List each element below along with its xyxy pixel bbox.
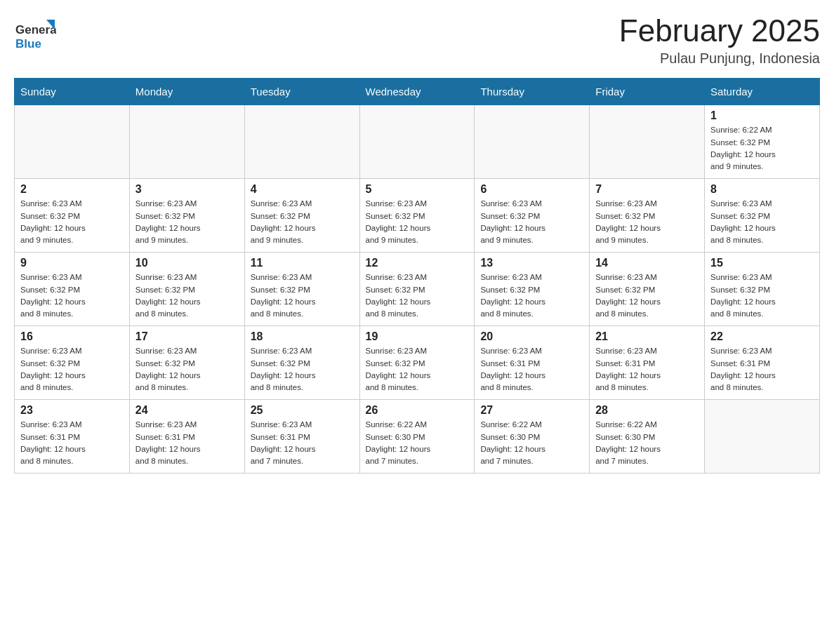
day-info: Sunrise: 6:23 AMSunset: 6:32 PMDaylight:… <box>480 271 583 320</box>
day-info: Sunrise: 6:23 AMSunset: 6:32 PMDaylight:… <box>366 345 469 394</box>
day-info: Sunrise: 6:22 AMSunset: 6:32 PMDaylight:… <box>710 124 814 173</box>
day-of-week-header: Thursday <box>475 79 590 105</box>
calendar-week-row: 9Sunrise: 6:23 AMSunset: 6:32 PMDaylight… <box>15 253 820 326</box>
day-number: 16 <box>20 330 124 343</box>
day-of-week-header: Tuesday <box>244 79 359 105</box>
day-number: 3 <box>135 183 239 196</box>
calendar-day-cell: 12Sunrise: 6:23 AMSunset: 6:32 PMDayligh… <box>359 253 475 326</box>
day-info: Sunrise: 6:23 AMSunset: 6:32 PMDaylight:… <box>710 198 814 246</box>
calendar-day-cell: 20Sunrise: 6:23 AMSunset: 6:31 PMDayligh… <box>475 326 590 400</box>
day-number: 7 <box>595 183 699 196</box>
calendar-day-cell: 15Sunrise: 6:23 AMSunset: 6:32 PMDayligh… <box>705 253 820 326</box>
title-block: February 2025 Pulau Punjung, Indonesia <box>619 14 820 67</box>
calendar-day-cell: 2Sunrise: 6:23 AMSunset: 6:32 PMDaylight… <box>15 179 130 253</box>
calendar-day-cell: 8Sunrise: 6:23 AMSunset: 6:32 PMDaylight… <box>705 179 820 253</box>
calendar-week-row: 23Sunrise: 6:23 AMSunset: 6:31 PMDayligh… <box>15 400 820 474</box>
day-number: 10 <box>135 257 239 269</box>
svg-text:General: General <box>15 23 56 36</box>
location: Pulau Punjung, Indonesia <box>619 51 820 67</box>
calendar-day-cell: 1Sunrise: 6:22 AMSunset: 6:32 PMDaylight… <box>705 105 820 179</box>
day-of-week-header: Monday <box>129 79 244 105</box>
logo: General Blue <box>14 14 56 56</box>
logo-icon: General Blue <box>14 14 56 56</box>
calendar-day-cell: 4Sunrise: 6:23 AMSunset: 6:32 PMDaylight… <box>244 179 359 253</box>
calendar-day-cell: 9Sunrise: 6:23 AMSunset: 6:32 PMDaylight… <box>15 253 130 326</box>
day-of-week-header: Saturday <box>705 79 820 105</box>
calendar-day-cell: 16Sunrise: 6:23 AMSunset: 6:32 PMDayligh… <box>15 326 130 400</box>
day-info: Sunrise: 6:23 AMSunset: 6:31 PMDaylight:… <box>595 345 699 394</box>
day-number: 24 <box>135 404 239 417</box>
day-info: Sunrise: 6:23 AMSunset: 6:32 PMDaylight:… <box>135 271 239 320</box>
day-number: 13 <box>480 257 583 269</box>
day-info: Sunrise: 6:23 AMSunset: 6:32 PMDaylight:… <box>20 345 124 394</box>
calendar-day-cell: 13Sunrise: 6:23 AMSunset: 6:32 PMDayligh… <box>475 253 590 326</box>
day-number: 1 <box>710 109 814 122</box>
calendar-week-row: 16Sunrise: 6:23 AMSunset: 6:32 PMDayligh… <box>15 326 820 400</box>
day-info: Sunrise: 6:23 AMSunset: 6:31 PMDaylight:… <box>135 419 239 467</box>
day-number: 14 <box>595 257 699 269</box>
day-number: 18 <box>251 330 354 343</box>
day-number: 2 <box>20 183 124 196</box>
calendar-week-row: 1Sunrise: 6:22 AMSunset: 6:32 PMDaylight… <box>15 105 820 179</box>
day-info: Sunrise: 6:22 AMSunset: 6:30 PMDaylight:… <box>480 419 583 467</box>
day-info: Sunrise: 6:23 AMSunset: 6:32 PMDaylight:… <box>710 271 814 320</box>
day-number: 26 <box>366 404 469 417</box>
calendar-day-cell: 26Sunrise: 6:22 AMSunset: 6:30 PMDayligh… <box>359 400 475 474</box>
days-of-week-row: SundayMondayTuesdayWednesdayThursdayFrid… <box>15 79 820 105</box>
day-info: Sunrise: 6:23 AMSunset: 6:31 PMDaylight:… <box>710 345 814 394</box>
calendar-day-cell <box>475 105 590 179</box>
day-number: 11 <box>251 257 354 269</box>
page-header: General Blue February 2025 Pulau Punjung… <box>14 14 820 67</box>
day-info: Sunrise: 6:23 AMSunset: 6:32 PMDaylight:… <box>251 345 354 394</box>
calendar-day-cell: 18Sunrise: 6:23 AMSunset: 6:32 PMDayligh… <box>244 326 359 400</box>
calendar-day-cell: 3Sunrise: 6:23 AMSunset: 6:32 PMDaylight… <box>129 179 244 253</box>
day-info: Sunrise: 6:23 AMSunset: 6:32 PMDaylight:… <box>595 271 699 320</box>
day-info: Sunrise: 6:23 AMSunset: 6:32 PMDaylight:… <box>366 198 469 246</box>
calendar-day-cell: 14Sunrise: 6:23 AMSunset: 6:32 PMDayligh… <box>590 253 705 326</box>
day-info: Sunrise: 6:23 AMSunset: 6:32 PMDaylight:… <box>251 198 354 246</box>
day-info: Sunrise: 6:23 AMSunset: 6:31 PMDaylight:… <box>480 345 583 394</box>
day-number: 22 <box>710 330 814 343</box>
calendar-day-cell <box>705 400 820 474</box>
day-info: Sunrise: 6:22 AMSunset: 6:30 PMDaylight:… <box>595 419 699 467</box>
day-number: 6 <box>480 183 583 196</box>
day-number: 25 <box>251 404 354 417</box>
day-number: 27 <box>480 404 583 417</box>
day-info: Sunrise: 6:23 AMSunset: 6:32 PMDaylight:… <box>135 198 239 246</box>
day-info: Sunrise: 6:23 AMSunset: 6:31 PMDaylight:… <box>251 419 354 467</box>
day-info: Sunrise: 6:23 AMSunset: 6:32 PMDaylight:… <box>20 198 124 246</box>
calendar-day-cell: 5Sunrise: 6:23 AMSunset: 6:32 PMDaylight… <box>359 179 475 253</box>
day-info: Sunrise: 6:23 AMSunset: 6:32 PMDaylight:… <box>135 345 239 394</box>
calendar-day-cell: 24Sunrise: 6:23 AMSunset: 6:31 PMDayligh… <box>129 400 244 474</box>
day-info: Sunrise: 6:23 AMSunset: 6:32 PMDaylight:… <box>366 271 469 320</box>
calendar-day-cell: 19Sunrise: 6:23 AMSunset: 6:32 PMDayligh… <box>359 326 475 400</box>
calendar-day-cell: 22Sunrise: 6:23 AMSunset: 6:31 PMDayligh… <box>705 326 820 400</box>
day-number: 21 <box>595 330 699 343</box>
day-of-week-header: Sunday <box>15 79 130 105</box>
day-number: 12 <box>366 257 469 269</box>
day-info: Sunrise: 6:23 AMSunset: 6:32 PMDaylight:… <box>251 271 354 320</box>
calendar-day-cell: 23Sunrise: 6:23 AMSunset: 6:31 PMDayligh… <box>15 400 130 474</box>
month-title: February 2025 <box>619 14 820 48</box>
calendar-day-cell: 6Sunrise: 6:23 AMSunset: 6:32 PMDaylight… <box>475 179 590 253</box>
day-number: 15 <box>710 257 814 269</box>
day-info: Sunrise: 6:23 AMSunset: 6:32 PMDaylight:… <box>20 271 124 320</box>
calendar-day-cell: 11Sunrise: 6:23 AMSunset: 6:32 PMDayligh… <box>244 253 359 326</box>
svg-text:Blue: Blue <box>15 37 41 51</box>
calendar-day-cell: 28Sunrise: 6:22 AMSunset: 6:30 PMDayligh… <box>590 400 705 474</box>
calendar-day-cell <box>244 105 359 179</box>
calendar-day-cell: 10Sunrise: 6:23 AMSunset: 6:32 PMDayligh… <box>129 253 244 326</box>
day-of-week-header: Friday <box>590 79 705 105</box>
day-of-week-header: Wednesday <box>359 79 475 105</box>
day-number: 9 <box>20 257 124 269</box>
day-number: 5 <box>366 183 469 196</box>
calendar-day-cell: 7Sunrise: 6:23 AMSunset: 6:32 PMDaylight… <box>590 179 705 253</box>
day-number: 8 <box>710 183 814 196</box>
day-info: Sunrise: 6:23 AMSunset: 6:31 PMDaylight:… <box>20 419 124 467</box>
day-info: Sunrise: 6:23 AMSunset: 6:32 PMDaylight:… <box>595 198 699 246</box>
calendar-day-cell <box>590 105 705 179</box>
calendar-week-row: 2Sunrise: 6:23 AMSunset: 6:32 PMDaylight… <box>15 179 820 253</box>
day-info: Sunrise: 6:23 AMSunset: 6:32 PMDaylight:… <box>480 198 583 246</box>
calendar-day-cell: 17Sunrise: 6:23 AMSunset: 6:32 PMDayligh… <box>129 326 244 400</box>
day-number: 20 <box>480 330 583 343</box>
